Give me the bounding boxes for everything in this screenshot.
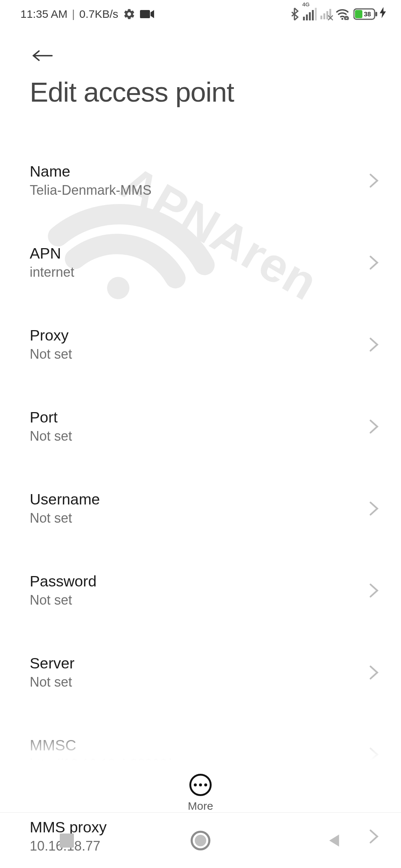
row-label: Server (30, 655, 75, 672)
row-value: Not set (30, 510, 100, 526)
circle-icon (190, 830, 211, 851)
more-button[interactable]: More (188, 774, 213, 812)
chevron-right-icon (369, 419, 379, 434)
system-nav-bar (0, 812, 401, 868)
row-username[interactable]: Username Not set (30, 477, 382, 540)
row-apn[interactable]: APN internet (30, 231, 382, 294)
row-label: Name (30, 163, 151, 180)
status-right: 4G 38 (290, 7, 386, 21)
row-server[interactable]: Server Not set (30, 641, 382, 704)
wifi-icon (335, 8, 350, 20)
chevron-right-icon (369, 501, 379, 516)
svg-rect-4 (355, 10, 362, 18)
square-icon (60, 834, 74, 848)
chevron-right-icon (369, 583, 379, 598)
battery-icon: 38 (353, 7, 386, 21)
chevron-right-icon (369, 255, 379, 270)
row-password[interactable]: Password Not set (30, 559, 382, 622)
row-value: Not set (30, 674, 75, 690)
chevron-right-icon (369, 747, 379, 762)
triangle-left-icon (326, 832, 342, 849)
bluetooth-icon (290, 7, 299, 21)
chevron-right-icon (369, 173, 379, 188)
settings-icon (123, 8, 136, 20)
row-label: Proxy (30, 327, 72, 344)
more-icon (189, 774, 212, 796)
nav-home-button[interactable] (187, 827, 214, 854)
battery-percent-text: 38 (364, 11, 371, 18)
row-name[interactable]: Name Telia-Denmark-MMS (30, 149, 382, 212)
status-time: 11:35 AM (20, 8, 68, 20)
row-value: Not set (30, 346, 72, 362)
camera-icon (140, 9, 154, 19)
arrow-left-icon (32, 48, 54, 63)
row-value: Not set (30, 428, 72, 444)
nav-recents-button[interactable] (53, 827, 80, 854)
chevron-right-icon (369, 337, 379, 352)
status-network-speed: 0.7KB/s (79, 8, 118, 20)
signal-2-icon (320, 9, 331, 19)
page-title: Edit access point (30, 76, 386, 108)
bottom-bar: More (0, 760, 401, 812)
status-left: 11:35 AM | 0.7KB/s (20, 8, 154, 20)
row-proxy[interactable]: Proxy Not set (30, 313, 382, 376)
row-value: internet (30, 264, 74, 280)
row-label: MMSC (30, 737, 195, 754)
header: Edit access point (0, 28, 401, 112)
svg-point-9 (195, 835, 206, 846)
nav-back-button[interactable] (321, 827, 348, 854)
charging-icon (379, 7, 386, 21)
status-bar: 11:35 AM | 0.7KB/s 4G (0, 0, 401, 28)
svg-point-1 (341, 18, 343, 20)
signal-1-icon: 4G (303, 8, 317, 20)
status-separator: | (72, 8, 75, 20)
row-port[interactable]: Port Not set (30, 395, 382, 458)
more-label: More (188, 800, 213, 812)
row-label: Username (30, 491, 100, 508)
row-label: Password (30, 573, 97, 590)
row-label: Port (30, 409, 72, 426)
svg-rect-5 (375, 12, 377, 16)
row-value: Telia-Denmark-MMS (30, 183, 151, 198)
row-label: APN (30, 245, 74, 262)
chevron-right-icon (369, 665, 379, 680)
row-value: Not set (30, 592, 97, 608)
svg-rect-0 (140, 10, 150, 18)
back-button[interactable] (30, 45, 56, 67)
